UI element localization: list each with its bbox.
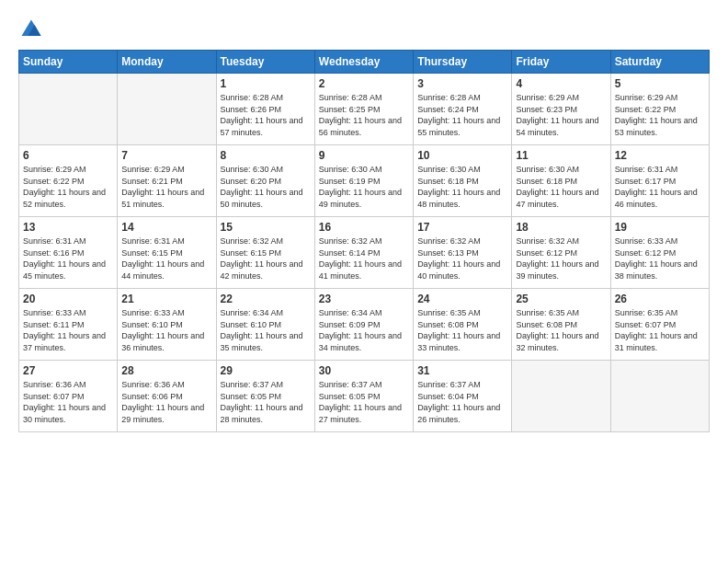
calendar-cell: 3 Sunrise: 6:28 AM Sunset: 6:24 PM Dayli… bbox=[414, 74, 512, 145]
cell-sunrise: Sunrise: 6:28 AM bbox=[417, 93, 481, 102]
cell-daylight: Daylight: 11 hours and 49 minutes. bbox=[319, 188, 402, 209]
cell-daylight: Daylight: 11 hours and 41 minutes. bbox=[319, 259, 402, 281]
cell-daylight: Daylight: 11 hours and 34 minutes. bbox=[319, 331, 402, 352]
cell-daylight: Daylight: 11 hours and 39 minutes. bbox=[516, 259, 598, 281]
day-number: 9 bbox=[319, 149, 409, 162]
day-number: 31 bbox=[417, 364, 507, 377]
cell-sunset: Sunset: 6:13 PM bbox=[417, 248, 479, 258]
cell-sunset: Sunset: 6:25 PM bbox=[319, 105, 381, 114]
calendar-week-row: 6 Sunrise: 6:29 AM Sunset: 6:22 PM Dayli… bbox=[19, 145, 710, 217]
calendar-page: SundayMondayTuesdayWednesdayThursdayFrid… bbox=[0, 0, 728, 563]
cell-sunset: Sunset: 6:16 PM bbox=[23, 248, 85, 258]
day-number: 3 bbox=[417, 77, 507, 90]
cell-daylight: Daylight: 11 hours and 26 minutes. bbox=[417, 403, 500, 424]
cell-daylight: Daylight: 11 hours and 55 minutes. bbox=[417, 116, 500, 137]
calendar-cell: 20 Sunrise: 6:33 AM Sunset: 6:11 PM Dayl… bbox=[19, 289, 118, 361]
logo bbox=[18, 17, 48, 42]
day-number: 20 bbox=[23, 293, 113, 305]
calendar-cell: 13 Sunrise: 6:31 AM Sunset: 6:16 PM Dayl… bbox=[19, 217, 118, 289]
cell-daylight: Daylight: 11 hours and 50 minutes. bbox=[221, 188, 303, 209]
calendar-cell: 15 Sunrise: 6:32 AM Sunset: 6:15 PM Dayl… bbox=[216, 217, 314, 289]
cell-sunset: Sunset: 6:14 PM bbox=[319, 248, 381, 258]
calendar-cell: 27 Sunrise: 6:36 AM Sunset: 6:07 PM Dayl… bbox=[19, 361, 118, 432]
cell-sunrise: Sunrise: 6:29 AM bbox=[121, 165, 185, 174]
cell-daylight: Daylight: 11 hours and 40 minutes. bbox=[417, 259, 500, 281]
cell-sunset: Sunset: 6:10 PM bbox=[121, 320, 183, 329]
calendar-cell: 22 Sunrise: 6:34 AM Sunset: 6:10 PM Dayl… bbox=[216, 289, 314, 361]
calendar-cell: 1 Sunrise: 6:28 AM Sunset: 6:26 PM Dayli… bbox=[216, 74, 314, 145]
calendar-cell: 21 Sunrise: 6:33 AM Sunset: 6:10 PM Dayl… bbox=[118, 289, 216, 361]
calendar-cell: 26 Sunrise: 6:35 AM Sunset: 6:07 PM Dayl… bbox=[610, 289, 709, 361]
cell-sunset: Sunset: 6:23 PM bbox=[516, 105, 577, 114]
cell-daylight: Daylight: 11 hours and 44 minutes. bbox=[121, 259, 204, 281]
cell-daylight: Daylight: 11 hours and 33 minutes. bbox=[417, 331, 500, 352]
cell-sunset: Sunset: 6:24 PM bbox=[417, 105, 479, 114]
cell-sunrise: Sunrise: 6:32 AM bbox=[516, 236, 579, 246]
cell-sunset: Sunset: 6:12 PM bbox=[516, 248, 577, 258]
cell-sunrise: Sunrise: 6:31 AM bbox=[23, 236, 86, 246]
cell-sunrise: Sunrise: 6:35 AM bbox=[615, 308, 678, 317]
day-number: 30 bbox=[319, 364, 409, 377]
calendar-cell: 14 Sunrise: 6:31 AM Sunset: 6:15 PM Dayl… bbox=[118, 217, 216, 289]
cell-sunset: Sunset: 6:19 PM bbox=[319, 177, 381, 186]
day-number: 11 bbox=[516, 149, 606, 162]
calendar-cell: 8 Sunrise: 6:30 AM Sunset: 6:20 PM Dayli… bbox=[216, 145, 314, 217]
calendar-cell bbox=[118, 74, 216, 145]
calendar-cell: 18 Sunrise: 6:32 AM Sunset: 6:12 PM Dayl… bbox=[512, 217, 610, 289]
calendar-cell: 5 Sunrise: 6:29 AM Sunset: 6:22 PM Dayli… bbox=[610, 74, 709, 145]
calendar-cell bbox=[512, 361, 610, 432]
cell-daylight: Daylight: 11 hours and 38 minutes. bbox=[615, 259, 698, 281]
cell-daylight: Daylight: 11 hours and 32 minutes. bbox=[516, 331, 598, 352]
day-number: 19 bbox=[615, 221, 705, 234]
cell-sunrise: Sunrise: 6:37 AM bbox=[319, 380, 382, 389]
weekday-header: Tuesday bbox=[216, 51, 314, 74]
cell-sunrise: Sunrise: 6:32 AM bbox=[221, 236, 284, 246]
day-number: 8 bbox=[221, 149, 311, 162]
cell-sunrise: Sunrise: 6:34 AM bbox=[319, 308, 382, 317]
cell-sunrise: Sunrise: 6:33 AM bbox=[615, 236, 678, 246]
weekday-header: Sunday bbox=[19, 51, 118, 74]
calendar-cell: 6 Sunrise: 6:29 AM Sunset: 6:22 PM Dayli… bbox=[19, 145, 118, 217]
cell-sunset: Sunset: 6:10 PM bbox=[221, 320, 282, 329]
cell-sunset: Sunset: 6:12 PM bbox=[615, 248, 677, 258]
cell-sunset: Sunset: 6:18 PM bbox=[417, 177, 479, 186]
calendar-cell: 7 Sunrise: 6:29 AM Sunset: 6:21 PM Dayli… bbox=[118, 145, 216, 217]
cell-sunset: Sunset: 6:21 PM bbox=[121, 177, 183, 186]
cell-daylight: Daylight: 11 hours and 53 minutes. bbox=[615, 116, 698, 137]
day-number: 21 bbox=[121, 293, 211, 305]
cell-sunrise: Sunrise: 6:30 AM bbox=[516, 165, 579, 174]
day-number: 1 bbox=[221, 77, 311, 90]
cell-sunrise: Sunrise: 6:33 AM bbox=[121, 308, 185, 317]
day-number: 29 bbox=[221, 364, 311, 377]
day-number: 26 bbox=[615, 293, 705, 305]
calendar-cell: 16 Sunrise: 6:32 AM Sunset: 6:14 PM Dayl… bbox=[314, 217, 413, 289]
cell-daylight: Daylight: 11 hours and 48 minutes. bbox=[417, 188, 500, 209]
calendar-table: SundayMondayTuesdayWednesdayThursdayFrid… bbox=[18, 50, 710, 432]
cell-sunset: Sunset: 6:07 PM bbox=[23, 392, 85, 401]
cell-sunset: Sunset: 6:09 PM bbox=[319, 320, 381, 329]
calendar-week-row: 20 Sunrise: 6:33 AM Sunset: 6:11 PM Dayl… bbox=[19, 289, 710, 361]
cell-sunrise: Sunrise: 6:29 AM bbox=[516, 93, 579, 102]
cell-sunset: Sunset: 6:17 PM bbox=[615, 177, 677, 186]
cell-sunrise: Sunrise: 6:30 AM bbox=[417, 165, 481, 174]
cell-sunset: Sunset: 6:15 PM bbox=[221, 248, 282, 258]
calendar-cell: 11 Sunrise: 6:30 AM Sunset: 6:18 PM Dayl… bbox=[512, 145, 610, 217]
cell-daylight: Daylight: 11 hours and 28 minutes. bbox=[221, 403, 303, 424]
cell-sunset: Sunset: 6:05 PM bbox=[221, 392, 282, 401]
day-number: 14 bbox=[121, 221, 211, 234]
day-number: 6 bbox=[23, 149, 113, 162]
calendar-week-row: 1 Sunrise: 6:28 AM Sunset: 6:26 PM Dayli… bbox=[19, 74, 710, 145]
cell-sunset: Sunset: 6:20 PM bbox=[221, 177, 282, 186]
day-number: 2 bbox=[319, 77, 409, 90]
day-number: 16 bbox=[319, 221, 409, 234]
logo-icon bbox=[18, 17, 44, 42]
calendar-cell: 23 Sunrise: 6:34 AM Sunset: 6:09 PM Dayl… bbox=[314, 289, 413, 361]
calendar-cell: 31 Sunrise: 6:37 AM Sunset: 6:04 PM Dayl… bbox=[414, 361, 512, 432]
cell-daylight: Daylight: 11 hours and 46 minutes. bbox=[615, 188, 698, 209]
calendar-cell: 25 Sunrise: 6:35 AM Sunset: 6:08 PM Dayl… bbox=[512, 289, 610, 361]
day-number: 17 bbox=[417, 221, 507, 234]
cell-daylight: Daylight: 11 hours and 54 minutes. bbox=[516, 116, 598, 137]
calendar-cell: 2 Sunrise: 6:28 AM Sunset: 6:25 PM Dayli… bbox=[314, 74, 413, 145]
day-number: 22 bbox=[221, 293, 311, 305]
calendar-cell bbox=[19, 74, 118, 145]
